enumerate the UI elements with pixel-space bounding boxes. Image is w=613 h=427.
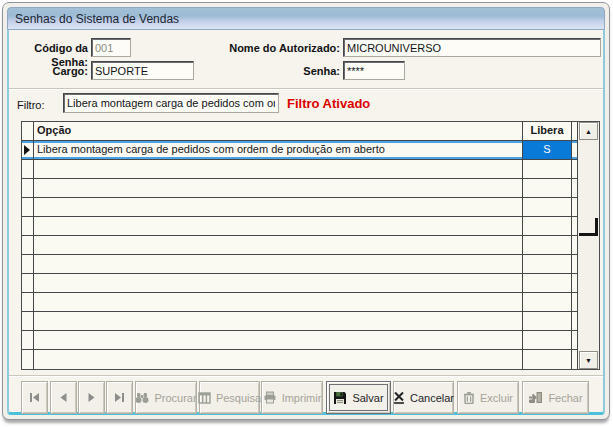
grid-header-row: Opção Libera bbox=[22, 122, 577, 141]
up-arrow-icon: ▲ bbox=[585, 128, 592, 135]
options-grid: Opção Libera Libera montagem carga de pe… bbox=[21, 121, 600, 370]
exit-door-icon bbox=[528, 391, 543, 404]
excluir-button[interactable]: Excluir bbox=[457, 381, 519, 414]
fechar-button[interactable]: Fechar bbox=[522, 381, 589, 414]
empty-row bbox=[22, 293, 577, 312]
scrollbar-thumb[interactable] bbox=[579, 218, 598, 236]
top-panel-divider bbox=[9, 88, 603, 90]
cancel-x-icon bbox=[393, 391, 405, 404]
cell-libera[interactable]: S bbox=[523, 141, 572, 159]
toolbar-divider bbox=[9, 375, 603, 377]
cancelar-label: Cancelar bbox=[410, 392, 454, 404]
empty-row bbox=[22, 255, 577, 274]
cargo-label: Cargo: bbox=[15, 64, 88, 78]
screen: Senhas do Sistema de Vendas Código da Se… bbox=[0, 0, 613, 427]
table-grid-icon bbox=[198, 392, 211, 404]
scroll-up-button[interactable]: ▲ bbox=[579, 122, 598, 140]
down-arrow-icon: ▼ bbox=[585, 357, 592, 364]
grid-col-opcao[interactable]: Opção bbox=[34, 122, 523, 140]
window-title: Senhas do Sistema de Vendas bbox=[15, 12, 179, 26]
filter-status-text: Filtro Ativado bbox=[287, 96, 370, 111]
next-record-icon bbox=[86, 392, 97, 403]
senha-input[interactable] bbox=[343, 61, 405, 80]
next-record-button[interactable] bbox=[78, 381, 105, 414]
last-record-icon bbox=[114, 392, 125, 403]
cell-opcao[interactable]: Libera montagem carga de pedidos com ord… bbox=[34, 141, 523, 159]
pesquisa-button[interactable]: Pesquisa bbox=[199, 381, 260, 414]
procurar-label: Procurar bbox=[154, 392, 196, 404]
empty-row bbox=[22, 179, 577, 198]
empty-row bbox=[22, 198, 577, 217]
filtro-input[interactable] bbox=[63, 93, 279, 113]
imprimir-button[interactable]: Imprimir bbox=[261, 381, 323, 414]
fechar-label: Fechar bbox=[548, 392, 582, 404]
senha-label: Senha: bbox=[219, 64, 340, 78]
empty-row bbox=[22, 274, 577, 293]
first-record-icon bbox=[29, 392, 40, 403]
grid-indicator-header bbox=[22, 122, 34, 140]
excluir-label: Excluir bbox=[480, 392, 513, 404]
procurar-button[interactable]: Procurar bbox=[135, 381, 197, 414]
printer-icon bbox=[263, 391, 277, 404]
trash-icon bbox=[463, 391, 475, 404]
empty-row bbox=[22, 312, 577, 331]
vertical-scrollbar[interactable]: ▲ ▼ bbox=[577, 122, 599, 369]
cargo-input[interactable] bbox=[91, 61, 194, 80]
prior-record-button[interactable] bbox=[50, 381, 77, 414]
codigo-input[interactable] bbox=[91, 38, 131, 57]
grid-col-libera[interactable]: Libera bbox=[523, 122, 572, 140]
app-window: Senhas do Sistema de Vendas Código da Se… bbox=[2, 2, 610, 420]
nome-label: Nome do Autorizado: bbox=[219, 41, 340, 55]
salvar-button[interactable]: Salvar bbox=[326, 381, 391, 414]
filtro-label: Filtro: bbox=[17, 98, 45, 112]
cancelar-button[interactable]: Cancelar bbox=[393, 381, 454, 414]
save-floppy-icon bbox=[333, 391, 347, 405]
nome-input[interactable] bbox=[343, 38, 601, 57]
grid-rows: Opção Libera Libera montagem carga de pe… bbox=[22, 122, 577, 369]
empty-row bbox=[22, 160, 577, 179]
empty-row bbox=[22, 236, 577, 255]
empty-row bbox=[22, 217, 577, 236]
salvar-label: Salvar bbox=[352, 392, 383, 404]
current-record-arrow-icon bbox=[24, 145, 30, 155]
last-record-button[interactable] bbox=[106, 381, 133, 414]
binoculars-icon bbox=[135, 392, 149, 404]
pesquisa-label: Pesquisa bbox=[216, 392, 261, 404]
empty-row bbox=[22, 331, 577, 350]
empty-row bbox=[22, 350, 577, 369]
grid-row-selected[interactable]: Libera montagem carga de pedidos com ord… bbox=[22, 141, 577, 160]
client-area: Código da Senha: Nome do Autorizado: Car… bbox=[7, 30, 605, 415]
first-record-button[interactable] bbox=[21, 381, 48, 414]
row-indicator-cell bbox=[22, 141, 34, 159]
scroll-down-button[interactable]: ▼ bbox=[579, 351, 598, 369]
prior-record-icon bbox=[58, 392, 69, 403]
window-titlebar[interactable]: Senhas do Sistema de Vendas bbox=[7, 7, 605, 30]
imprimir-label: Imprimir bbox=[282, 392, 322, 404]
